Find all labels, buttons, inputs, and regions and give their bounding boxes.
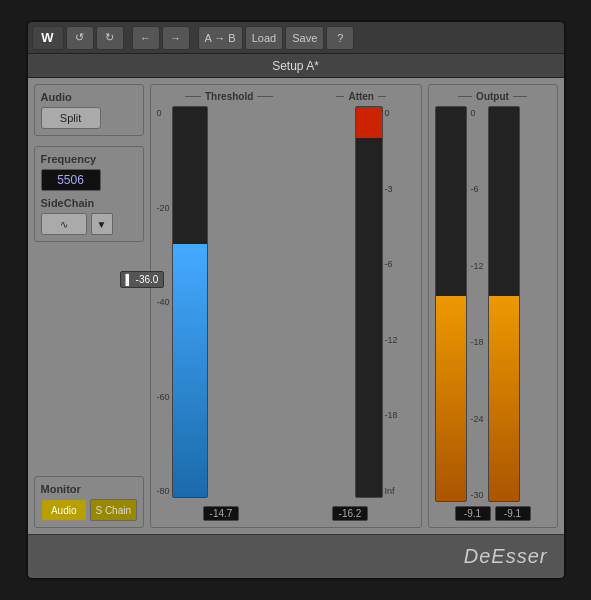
atten-scale-0: 0	[385, 108, 398, 118]
atten-scale-12: -12	[385, 335, 398, 345]
threshold-label: Threshold	[205, 91, 253, 102]
sidechain-row: ∿ ▼	[41, 213, 137, 235]
out-scale-18: -18	[471, 337, 484, 347]
forward-button[interactable]: →	[162, 26, 190, 50]
output-meter-right	[488, 106, 520, 502]
monitor-section: Monitor Audio S Chain	[34, 476, 144, 528]
dropdown-arrow-icon: ▼	[97, 219, 107, 230]
monitor-buttons: Audio S Chain	[41, 499, 137, 521]
atten-label: Atten	[348, 91, 374, 102]
ab-button[interactable]: A → B	[198, 26, 243, 50]
scale-20: -20	[157, 203, 170, 213]
sidechain-filter-icon: ∿	[60, 219, 68, 230]
output-values-row: -9.1 -9.1	[435, 506, 551, 521]
frequency-label: Frequency	[41, 153, 137, 165]
frequency-section: Frequency SideChain ∿ ▼	[34, 146, 144, 242]
threshold-meter-group: 0 -20 -40 -60 -80 ▌ -36.	[157, 106, 349, 498]
atten-scale-18: -18	[385, 410, 398, 420]
sidechain-dropdown-button[interactable]: ▼	[91, 213, 113, 235]
output-fill-right	[489, 296, 519, 501]
monitor-label: Monitor	[41, 483, 137, 495]
scale-0: 0	[157, 108, 170, 118]
threshold-handle-marker: ▌	[126, 274, 133, 285]
main-area: Audio Split Frequency SideChain ∿ ▼	[28, 78, 564, 534]
save-button[interactable]: Save	[285, 26, 324, 50]
output-section: Output 0 -6 -12 -18 -24 -30	[428, 84, 558, 528]
out-scale-30: -30	[471, 490, 484, 500]
threshold-fill-blue	[173, 244, 207, 498]
help-button[interactable]: ?	[326, 26, 354, 50]
output-value-left: -9.1	[455, 506, 491, 521]
preset-name: Setup A*	[272, 59, 319, 73]
toolbar: W ↺ ↻ ← → A → B Load Save ?	[28, 22, 564, 54]
sidechain-label: SideChain	[41, 197, 137, 209]
atten-meter-track	[355, 106, 383, 498]
output-meters-area: 0 -6 -12 -18 -24 -30	[435, 106, 551, 502]
plugin-window: W ↺ ↻ ← → A → B Load Save ? Setup A* Aud…	[26, 20, 566, 580]
output-label-row: Output	[435, 91, 551, 102]
threshold-meter-track	[172, 106, 208, 498]
sidechain-filter-select[interactable]: ∿	[41, 213, 87, 235]
atten-label-row: Atten	[336, 91, 386, 102]
atten-scale-3: -3	[385, 184, 398, 194]
split-button[interactable]: Split	[41, 107, 101, 129]
center-panel: Threshold Atten 0 -20 -40	[150, 84, 422, 528]
scale-80: -80	[157, 486, 170, 496]
threshold-scale: 0 -20 -40 -60 -80	[157, 106, 170, 498]
atten-scale: 0 -3 -6 -12 -18 Inf	[385, 106, 398, 498]
atten-scale-inf: Inf	[385, 486, 398, 496]
undo-button[interactable]: ↺	[66, 26, 94, 50]
out-scale-6: -6	[471, 184, 484, 194]
left-panel: Audio Split Frequency SideChain ∿ ▼	[34, 84, 144, 528]
threshold-handle-value: -36.0	[136, 274, 159, 285]
scale-60: -60	[157, 392, 170, 402]
threshold-track-wrapper: ▌ -36.0	[172, 106, 208, 498]
bottom-bar: DeEsser	[28, 534, 564, 578]
threshold-value: -14.7	[203, 506, 239, 521]
redo-button[interactable]: ↻	[96, 26, 124, 50]
audio-section: Audio Split	[34, 84, 144, 136]
output-scale: 0 -6 -12 -18 -24 -30	[471, 106, 484, 502]
threshold-label-row: Threshold	[185, 91, 273, 102]
threshold-handle[interactable]: ▌ -36.0	[120, 271, 165, 288]
out-scale-0: 0	[471, 108, 484, 118]
schain-monitor-button[interactable]: S Chain	[90, 499, 137, 521]
center-values-row: -14.7 -16.2	[157, 506, 415, 521]
out-scale-12: -12	[471, 261, 484, 271]
atten-scale-6: -6	[385, 259, 398, 269]
frequency-input[interactable]	[41, 169, 101, 191]
out-scale-24: -24	[471, 414, 484, 424]
preset-bar: Setup A*	[28, 54, 564, 78]
atten-value: -16.2	[332, 506, 368, 521]
audio-label: Audio	[41, 91, 137, 103]
scale-40: -40	[157, 297, 170, 307]
atten-fill-red	[356, 107, 382, 138]
output-fill-left	[436, 296, 466, 501]
audio-monitor-button[interactable]: Audio	[41, 499, 88, 521]
load-button[interactable]: Load	[245, 26, 283, 50]
waves-logo-button[interactable]: W	[32, 26, 64, 50]
back-button[interactable]: ←	[132, 26, 160, 50]
output-label: Output	[476, 91, 509, 102]
atten-meter-group: 0 -3 -6 -12 -18 Inf	[355, 106, 415, 498]
output-meter-left	[435, 106, 467, 502]
atten-track-wrapper	[355, 106, 383, 498]
output-value-right: -9.1	[495, 506, 531, 521]
plugin-name: DeEsser	[464, 545, 548, 568]
